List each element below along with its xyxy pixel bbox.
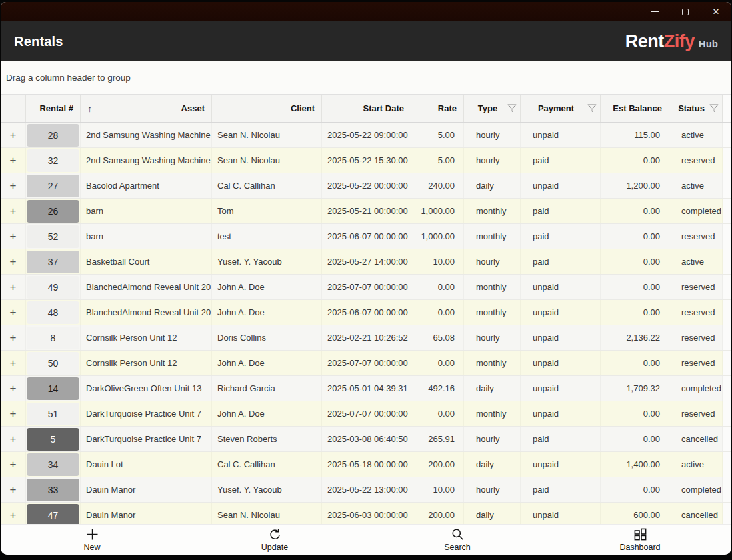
scrollbar-track[interactable] — [723, 173, 731, 198]
cell-payment: paid — [521, 249, 601, 274]
row-expander[interactable]: + — [1, 401, 26, 426]
row-expander[interactable]: + — [1, 123, 26, 147]
row-expander[interactable]: + — [1, 249, 26, 274]
cell-rate: 5.00 — [411, 123, 464, 147]
row-expander[interactable]: + — [1, 376, 26, 401]
table-row[interactable]: +37Basketball CourtYusef. Y. Yacoub2025-… — [1, 249, 731, 275]
rental-number-badge: 52 — [26, 224, 81, 249]
filter-icon[interactable] — [507, 104, 517, 113]
search-icon — [451, 528, 464, 541]
rental-number: 49 — [27, 276, 79, 299]
plus-icon — [86, 528, 99, 541]
scrollbar-track[interactable] — [723, 376, 731, 401]
table-row[interactable]: +14DarkOliveGreen Often Unit 13Richard G… — [1, 376, 731, 401]
logo-rent: Rent — [625, 31, 664, 52]
table-row[interactable]: +34Dauin LotCal C. Callihan2025-05-18 00… — [1, 452, 731, 477]
row-expander[interactable]: + — [1, 325, 26, 350]
column-header-start-date[interactable]: Start Date — [322, 95, 411, 122]
table-row[interactable]: +51DarkTurquoise Practice Unit 7John A. … — [1, 401, 731, 427]
cell-payment: paid — [521, 199, 601, 223]
scrollbar-track[interactable] — [723, 224, 731, 249]
cell-asset: 2nd Samsung Washing Machine — [81, 123, 212, 147]
scrollbar-track[interactable] — [723, 275, 731, 299]
cell-status: active — [669, 452, 723, 477]
scrollbar-track[interactable] — [723, 148, 731, 173]
cell-est-balance: 1,200.00 — [601, 173, 669, 198]
column-header-payment[interactable]: Payment — [521, 95, 601, 122]
row-expander[interactable]: + — [1, 351, 26, 375]
cell-type: daily — [464, 173, 521, 198]
rental-number-badge: 8 — [26, 325, 81, 350]
table-row[interactable]: +27Bacolod ApartmentCal C. Callihan2025-… — [1, 173, 731, 199]
page-title: Rentals — [14, 34, 63, 49]
row-expander[interactable]: + — [1, 452, 26, 477]
scrollbar-track[interactable] — [723, 95, 731, 122]
scrollbar-track[interactable] — [723, 452, 731, 477]
row-expander[interactable]: + — [1, 224, 26, 249]
row-expander[interactable]: + — [1, 477, 26, 502]
close-button[interactable]: ✕ — [701, 2, 731, 21]
scrollbar-track[interactable] — [723, 477, 731, 502]
scrollbar-track[interactable] — [723, 325, 731, 350]
cell-est-balance: 2,136.22 — [601, 325, 669, 350]
column-header-asset[interactable]: ↑ Asset — [81, 95, 212, 122]
table-row[interactable]: +49BlanchedAlmond Reveal Unit 20John A. … — [1, 275, 731, 300]
scrollbar-track[interactable] — [723, 199, 731, 223]
maximize-button[interactable] — [670, 2, 701, 21]
scrollbar-track[interactable] — [723, 300, 731, 325]
cell-type: hourly — [464, 249, 521, 274]
table-row[interactable]: +52barntest2025-06-07 00:00:001,000.00mo… — [1, 224, 731, 249]
row-expander[interactable]: + — [1, 427, 26, 451]
table-row[interactable]: +47Dauin ManorSean N. Nicolau2025-06-03 … — [1, 503, 731, 524]
table-row[interactable]: +8Cornsilk Person Unit 12Doris Collins20… — [1, 325, 731, 351]
minimize-button[interactable] — [639, 2, 670, 21]
cell-start-date: 2025-05-01 04:39:31 — [322, 376, 411, 401]
row-expander[interactable]: + — [1, 503, 26, 524]
cell-status: reserved — [669, 275, 723, 299]
dashboard-button[interactable]: Dashboard — [549, 525, 731, 555]
cell-est-balance: 0.00 — [601, 148, 669, 173]
row-expander[interactable]: + — [1, 275, 26, 299]
row-expander[interactable]: + — [1, 148, 26, 173]
column-header-type[interactable]: Type — [464, 95, 521, 122]
filter-icon[interactable] — [709, 104, 719, 113]
cell-client: Steven Roberts — [212, 427, 322, 451]
row-expander[interactable]: + — [1, 173, 26, 198]
scrollbar-track[interactable] — [723, 249, 731, 274]
cell-est-balance: 0.00 — [601, 224, 669, 249]
cell-asset: Cornsilk Person Unit 12 — [81, 351, 212, 375]
cell-status: reserved — [669, 224, 723, 249]
group-by-panel[interactable]: Drag a column header to group — [1, 61, 731, 94]
scrollbar-track[interactable] — [723, 503, 731, 524]
table-row[interactable]: +322nd Samsung Washing MachineSean N. Ni… — [1, 148, 731, 173]
update-button[interactable]: Update — [183, 525, 366, 555]
cell-start-date: 2025-06-03 00:00:00 — [322, 503, 411, 524]
table-row[interactable]: +50Cornsilk Person Unit 12John A. Doe202… — [1, 351, 731, 376]
table-row[interactable]: +282nd Samsung Washing MachineSean N. Ni… — [1, 123, 731, 148]
row-expander[interactable]: + — [1, 300, 26, 325]
column-header-client[interactable]: Client — [212, 95, 322, 122]
scrollbar-track[interactable] — [723, 401, 731, 426]
new-button[interactable]: New — [1, 525, 183, 555]
cell-rate: 240.00 — [411, 173, 464, 198]
table-row[interactable]: +33Dauin ManorYusef. Y. Yacoub2025-05-22… — [1, 477, 731, 503]
scrollbar-track[interactable] — [723, 123, 731, 147]
cell-type: monthly — [464, 275, 521, 299]
row-expander[interactable]: + — [1, 199, 26, 223]
scrollbar-track[interactable] — [723, 351, 731, 375]
column-header-rental[interactable]: Rental # — [26, 95, 81, 122]
cell-client: Cal C. Callihan — [212, 452, 322, 477]
table-row[interactable]: +26barnTom2025-05-21 00:00:001,000.00mon… — [1, 199, 731, 224]
column-header-rate[interactable]: Rate — [411, 95, 464, 122]
search-button[interactable]: Search — [366, 525, 549, 555]
scrollbar-track[interactable] — [723, 427, 731, 451]
cell-type: daily — [464, 503, 521, 524]
app-header: Rentals Rent Zify Hub — [1, 21, 731, 61]
column-header-est-balance[interactable]: Est Balance — [601, 95, 669, 122]
cell-rate: 10.00 — [411, 477, 464, 502]
bottom-toolbar: New Update Search Dashboard — [1, 524, 731, 555]
filter-icon[interactable] — [587, 104, 597, 113]
column-header-status[interactable]: Status — [669, 95, 723, 122]
table-row[interactable]: +48BlanchedAlmond Reveal Unit 20John A. … — [1, 300, 731, 325]
table-row[interactable]: +5DarkTurquoise Practice Unit 7Steven Ro… — [1, 427, 731, 452]
